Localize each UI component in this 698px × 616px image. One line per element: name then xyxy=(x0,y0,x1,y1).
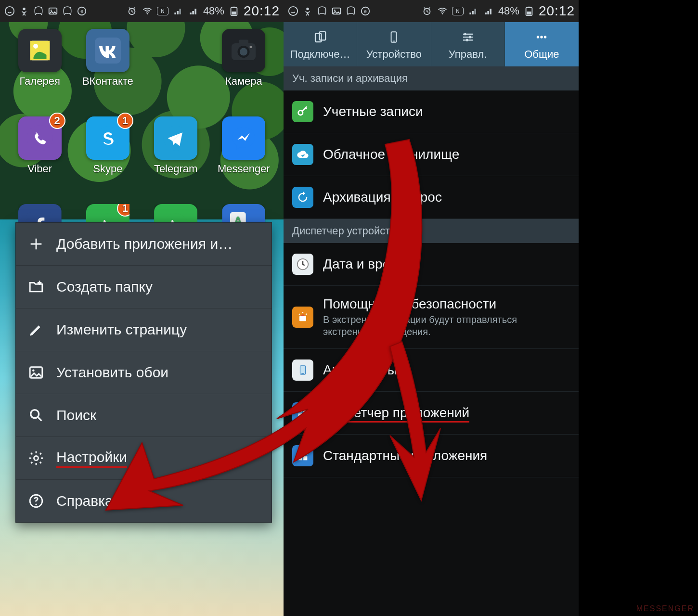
watermark: MESSENGER xyxy=(636,604,694,613)
svg-rect-60 xyxy=(301,373,304,373)
nfc-icon: N xyxy=(452,7,464,15)
tab-Подключе…[interactable]: Подключе… xyxy=(284,22,357,66)
tab-Устройство[interactable]: Устройство xyxy=(357,22,431,66)
signal-icon xyxy=(172,5,184,17)
setting-text: Дата и время xyxy=(323,257,407,272)
setting-text: Архивация и сброс xyxy=(323,190,442,205)
e-browser-icon: e xyxy=(76,5,88,17)
setting-title: Диспетчер приложений xyxy=(323,405,469,421)
right-phone-settings: e N 48% 20:12 Подключе… Устройство Управ… xyxy=(284,0,579,616)
svg-point-35 xyxy=(289,7,297,15)
grid-icon xyxy=(292,402,313,424)
status-right: N 48% 20:12 xyxy=(126,3,280,19)
ctx-folder-plus[interactable]: Создать папку xyxy=(16,266,271,308)
device-icon xyxy=(388,29,400,45)
wifi-icon xyxy=(142,5,153,17)
section-header: Уч. записи и архивация xyxy=(284,66,579,90)
camera-icon xyxy=(222,29,265,72)
ctx-pencil[interactable]: Изменить страницу xyxy=(16,308,271,351)
viber-icon xyxy=(345,5,357,17)
svg-point-42 xyxy=(442,13,443,14)
setting-Учетные записи[interactable]: Учетные записи xyxy=(284,90,579,133)
signal-icon xyxy=(483,5,494,17)
svg-rect-45 xyxy=(527,12,531,14)
app-Камера[interactable]: Камера xyxy=(210,29,278,88)
svg-point-31 xyxy=(31,410,39,418)
svg-point-36 xyxy=(306,8,309,11)
app-label: Skype xyxy=(93,163,122,175)
setting-Дата и время[interactable]: Дата и время xyxy=(284,243,579,286)
setting-Облачное хранилище[interactable]: Облачное хранилище xyxy=(284,133,579,176)
svg-text:e: e xyxy=(80,9,83,14)
viber-icon xyxy=(33,5,44,17)
status-time: 20:12 xyxy=(539,3,575,19)
setting-Помощник по безопасности[interactable]: Помощник по безопасности В экстренной си… xyxy=(284,286,579,349)
plus-icon xyxy=(26,234,46,254)
tab-Общие[interactable]: Общие xyxy=(505,22,579,66)
setting-title: Дата и время xyxy=(323,257,407,272)
app-label: ВКонтакте xyxy=(82,75,133,88)
svg-rect-62 xyxy=(303,409,307,412)
tab-label: Подключе… xyxy=(290,48,350,61)
wallpaper-icon xyxy=(26,363,46,382)
svg-point-1 xyxy=(23,8,26,11)
ctx-gear[interactable]: Настройки xyxy=(16,437,271,480)
svg-rect-67 xyxy=(298,456,302,460)
search-icon xyxy=(26,406,46,425)
svg-rect-9 xyxy=(233,7,235,8)
telegram-icon xyxy=(154,116,197,160)
help-icon xyxy=(26,491,46,511)
gallery-icon xyxy=(18,29,62,72)
status-notification-icons: e xyxy=(287,5,371,17)
svg-point-32 xyxy=(34,456,38,460)
folder-plus-icon xyxy=(26,277,46,296)
ctx-label: Создать папку xyxy=(56,279,153,295)
ctx-wallpaper[interactable]: Установить обои xyxy=(16,351,271,394)
svg-point-54 xyxy=(541,36,543,38)
left-phone-home: e N 48% 20:12 xyxy=(0,0,284,616)
battery-icon xyxy=(228,5,240,17)
vk-icon xyxy=(86,29,129,72)
battery-pct: 48% xyxy=(203,5,224,17)
svg-rect-64 xyxy=(303,413,307,417)
phone-outline-icon xyxy=(292,359,313,381)
svg-point-12 xyxy=(33,44,38,49)
setting-Архивация и сброс[interactable]: Архивация и сброс xyxy=(284,176,579,219)
pencil-icon xyxy=(26,320,46,339)
svg-point-3 xyxy=(51,10,52,11)
app-Skype[interactable]: 1 Skype xyxy=(74,116,142,175)
grid-icon xyxy=(292,445,313,466)
svg-rect-65 xyxy=(298,451,302,455)
svg-rect-19 xyxy=(27,125,53,151)
app-Telegram[interactable]: Telegram xyxy=(142,116,210,175)
setting-Стандартные приложения[interactable]: Стандартные приложения xyxy=(284,435,579,477)
e-browser-icon: e xyxy=(360,5,371,17)
badge: 1 xyxy=(117,200,133,217)
ctx-plus[interactable]: Добавить приложения и… xyxy=(16,223,271,266)
svg-rect-68 xyxy=(303,456,307,460)
tab-Управл.[interactable]: Управл. xyxy=(431,22,505,66)
skype-icon: 1 xyxy=(86,116,129,160)
app-Галерея[interactable]: Галерея xyxy=(6,29,74,88)
setting-text: Стандартные приложения xyxy=(323,448,487,463)
app-ВКонтакте[interactable]: ВКонтакте xyxy=(74,29,142,88)
ctx-label: Добавить приложения и… xyxy=(56,236,233,252)
messenger-icon xyxy=(222,116,265,160)
wifi-icon xyxy=(437,5,448,17)
status-bar: e N 48% 20:12 xyxy=(0,0,284,22)
section-header: Диспетчер устройств xyxy=(284,219,579,243)
key-icon xyxy=(292,101,313,122)
connections-icon xyxy=(313,29,327,45)
app-Viber[interactable]: 2 Viber xyxy=(6,116,74,175)
ctx-search[interactable]: Поиск xyxy=(16,394,271,437)
tab-label: Управл. xyxy=(449,48,487,61)
setting-text: Облачное хранилище xyxy=(323,147,459,162)
ctx-help[interactable]: Справка xyxy=(16,480,271,522)
dots-icon xyxy=(534,29,549,45)
setting-Аксессуары[interactable]: Аксессуары xyxy=(284,349,579,392)
svg-rect-44 xyxy=(528,7,530,8)
setting-title: Аксессуары xyxy=(323,362,397,378)
app-Messenger[interactable]: Messenger xyxy=(210,116,278,175)
setting-Диспетчер приложений[interactable]: Диспетчер приложений xyxy=(284,392,579,435)
odnoklassniki-icon xyxy=(18,5,30,17)
